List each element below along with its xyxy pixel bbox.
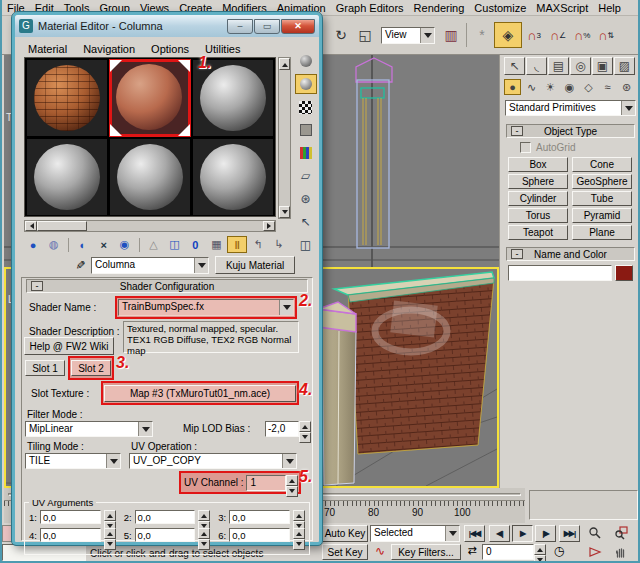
show-map-in-viewport-icon[interactable]: ▦ [206, 236, 226, 253]
key-filters-button[interactable]: Key Filters... [391, 544, 461, 560]
helpers-category-icon[interactable]: ◇ [580, 79, 597, 95]
object-name-field[interactable] [508, 265, 612, 281]
shader-configuration-rollout[interactable]: - Shader Configuration [26, 279, 308, 293]
go-to-end-button[interactable]: ▶▶| [559, 525, 580, 542]
autogrid-checkbox[interactable] [520, 142, 531, 153]
material-name-dropdown[interactable]: Columna [91, 257, 209, 274]
reference-coordinate-dropdown[interactable]: View [381, 27, 435, 44]
uv-arg-field[interactable]: 3:0,0 [218, 510, 305, 524]
key-step-icon[interactable]: ⇄ [464, 544, 480, 560]
shapes-category-icon[interactable]: ∿ [523, 79, 540, 95]
sample-slot-brick[interactable] [26, 59, 108, 137]
zoom-extents-icon[interactable] [634, 524, 640, 541]
uv-arg-field[interactable]: 4:0,0 [29, 528, 116, 542]
slot-vertical-scrollbar[interactable] [278, 57, 291, 219]
menu-rendering[interactable]: Rendering [414, 2, 465, 14]
spacewarps-category-icon[interactable]: ≈ [599, 79, 616, 95]
uv-arg-spinner[interactable] [198, 510, 210, 524]
create-tab[interactable]: ↖ [504, 57, 525, 75]
zoom-all-icon[interactable] [608, 524, 634, 541]
sample-uv-tiling-icon[interactable] [295, 120, 317, 140]
reset-map-icon[interactable]: × [94, 236, 114, 253]
menu-maxscript[interactable]: MAXScript [536, 2, 588, 14]
me-menu-utilities[interactable]: Utilities [205, 43, 240, 55]
uv-arg-field[interactable]: 1:0,0 [29, 510, 116, 524]
cameras-category-icon[interactable]: ◉ [561, 79, 578, 95]
uv-arg-spinner[interactable] [104, 528, 116, 542]
me-menu-options[interactable]: Options [151, 43, 189, 55]
uv-arg-spinner[interactable] [293, 528, 305, 542]
modify-tab[interactable]: ◟ [526, 57, 547, 75]
close-button[interactable]: ✕ [281, 19, 315, 34]
sample-slot[interactable] [26, 138, 108, 216]
sphere-button[interactable]: Sphere [508, 174, 568, 189]
show-end-result-icon[interactable]: ‖ [227, 236, 247, 253]
selection-set-dropdown[interactable]: Selected [370, 525, 460, 542]
previous-frame-button[interactable]: ◀| [489, 525, 510, 542]
uv-arg-field[interactable]: 6:0,0 [218, 528, 305, 542]
teapot-button[interactable]: Teapot [508, 225, 568, 240]
motion-tab[interactable]: ◎ [570, 57, 591, 75]
uv-arg-spinner[interactable] [104, 510, 116, 524]
angle-snap-icon[interactable]: ∩∠ [546, 23, 570, 47]
shader-name-dropdown[interactable]: TrainBumpSpec.fx [118, 299, 294, 316]
select-scale-icon[interactable]: ◱ [353, 23, 377, 47]
menu-customize[interactable]: Customize [474, 2, 526, 14]
filter-mode-dropdown[interactable]: MipLinear [25, 421, 153, 437]
material-map-navigator-icon[interactable]: ◫ [295, 235, 317, 255]
go-to-start-button[interactable]: |◀◀ [464, 525, 485, 542]
primitive-category-dropdown[interactable]: Standard Primitives [505, 100, 636, 116]
tube-button[interactable]: Tube [572, 191, 632, 206]
frame-spinner[interactable] [534, 544, 546, 560]
systems-category-icon[interactable]: ⊛ [618, 79, 635, 95]
auto-key-button[interactable]: Auto Key [322, 525, 368, 542]
play-button[interactable]: ▶ [512, 525, 533, 542]
lights-category-icon[interactable]: ☀ [542, 79, 559, 95]
arc-rotate-icon[interactable] [634, 543, 640, 560]
mip-lod-bias-spinner[interactable] [299, 421, 311, 437]
hierarchy-tab[interactable]: ▤ [548, 57, 569, 75]
sample-type-icon[interactable] [295, 51, 317, 71]
kuju-material-button[interactable]: Kuju Material [215, 256, 295, 274]
eyedropper-icon[interactable]: ✎ [73, 260, 87, 270]
video-color-check-icon[interactable] [295, 143, 317, 163]
sample-slot-selected[interactable] [109, 59, 191, 137]
box-button[interactable]: Box [508, 157, 568, 172]
sample-slot[interactable] [192, 138, 274, 216]
minimize-button[interactable]: – [227, 19, 253, 34]
object-type-rollout[interactable]: - Object Type [506, 124, 635, 138]
select-manipulate-icon[interactable]: * [470, 23, 494, 47]
next-frame-button[interactable]: |▶ [535, 525, 556, 542]
material-editor-titlebar[interactable]: G Material Editor - Columna – ▭ ✕ [15, 15, 319, 37]
mip-lod-bias-field[interactable]: -2,0 [265, 421, 311, 437]
geometry-category-icon[interactable]: ● [504, 79, 521, 95]
current-frame-field[interactable]: 0 [482, 544, 546, 560]
menu-help[interactable]: Help [598, 2, 621, 14]
uv-operation-dropdown[interactable]: UV_OP_COPY [129, 453, 297, 469]
utilities-tab[interactable]: ▨ [614, 57, 635, 75]
material-id-channel-icon[interactable]: 0 [185, 236, 205, 253]
put-to-library-icon[interactable]: ◫ [165, 236, 185, 253]
collapse-icon[interactable]: - [511, 126, 523, 136]
put-material-to-scene-icon[interactable]: ◍ [44, 236, 64, 253]
display-tab[interactable]: ▣ [592, 57, 613, 75]
uv-channel-field[interactable]: 1 [246, 475, 298, 491]
make-preview-icon[interactable]: ▱ [295, 166, 317, 186]
time-configuration-icon[interactable]: ◷ [551, 544, 567, 560]
field-of-view-icon[interactable] [582, 543, 608, 560]
select-rotate-icon[interactable]: ↻ [329, 23, 353, 47]
uv-arg-spinner[interactable] [198, 528, 210, 542]
snaps-toggle-icon[interactable]: ◈ [494, 22, 522, 48]
uv-arg-field[interactable]: 2:0,0 [124, 510, 211, 524]
select-by-material-icon[interactable]: ↖ [295, 212, 317, 232]
maximize-button[interactable]: ▭ [254, 19, 280, 34]
slot1-tab[interactable]: Slot 1 [25, 360, 65, 376]
collapse-icon[interactable]: - [511, 249, 523, 259]
slot-texture-button[interactable]: Map #3 (TxMuroTut01_nm.ace) [104, 385, 296, 402]
sample-slot[interactable] [109, 138, 191, 216]
uv-arg-field[interactable]: 5:0,0 [124, 528, 211, 542]
backlight-icon[interactable] [295, 74, 317, 94]
uv-channel-spinner[interactable] [286, 475, 298, 491]
spinner-snap-icon[interactable]: ∩⇅ [594, 23, 618, 47]
pan-hand-icon[interactable] [608, 543, 634, 560]
